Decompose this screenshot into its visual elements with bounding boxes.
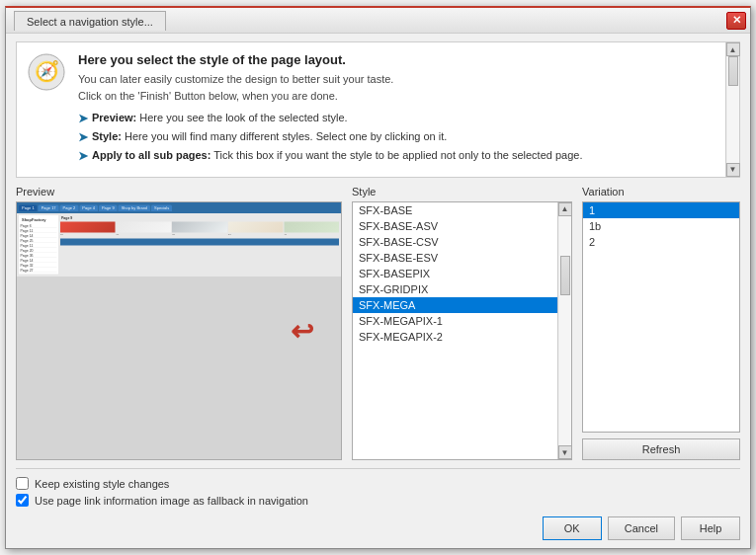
product-4: 23 xyxy=(228,221,284,235)
preview-label: Preview xyxy=(16,186,342,198)
site-nav: Page 1 Page 17 Page 2 Page 4 Page 9 Shop… xyxy=(17,202,341,213)
info-bullets: ➤ Preview: Here you see the look of the … xyxy=(78,110,729,167)
scroll-track[interactable] xyxy=(727,56,739,163)
product-5: 17 xyxy=(284,221,339,235)
info-title: Here you select the style of the page la… xyxy=(78,52,729,67)
nav-tab-3: Page 2 xyxy=(60,204,79,211)
style-scroll-up[interactable]: ▲ xyxy=(558,202,572,216)
sidebar-item-2: Page 11 xyxy=(21,228,57,233)
ok-button[interactable]: OK xyxy=(543,516,602,540)
main-dialog: Select a navigation style... ✕ 🧭 Here yo… xyxy=(5,6,751,549)
style-item-sfx-megapix-2[interactable]: SFX-MEGAPIX-2 xyxy=(353,329,557,345)
sidebar-item-10: Page 27 xyxy=(21,268,57,273)
button-row: OK Cancel Help xyxy=(16,516,740,540)
bullet-arrow-3: ➤ xyxy=(78,147,88,166)
title-bar: Select a navigation style... ✕ xyxy=(6,8,750,34)
bullet-arrow-2: ➤ xyxy=(78,128,88,147)
sidebar-item-5: Page 11 xyxy=(21,243,57,248)
style-listbox[interactable]: SFX-BASE SFX-BASE-ASV SFX-BASE-CSV SFX-B… xyxy=(353,202,557,459)
use-image-label: Use page link information image as fallb… xyxy=(35,495,308,507)
style-item-sfx-gridpix[interactable]: SFX-GRIDPIX xyxy=(353,281,557,297)
variation-item-2[interactable]: 2 xyxy=(583,234,739,250)
style-item-sfx-base-csv[interactable]: SFX-BASE-CSV xyxy=(353,234,557,250)
site-subnav xyxy=(60,238,339,245)
nav-tab-7: Specials xyxy=(151,204,172,211)
nav-tab-1: Page 1 xyxy=(19,204,38,211)
style-scroll-thumb[interactable] xyxy=(560,256,570,295)
style-item-sfx-base-esv[interactable]: SFX-BASE-ESV xyxy=(353,250,557,266)
style-item-sfx-base[interactable]: SFX-BASE xyxy=(353,202,557,218)
site-sidebar: ShopFactory Page 6 Page 11 Page 14 Page … xyxy=(19,215,58,275)
bullet-preview: ➤ Preview: Here you see the look of the … xyxy=(78,110,729,128)
style-scroll-down[interactable]: ▼ xyxy=(558,445,572,459)
style-item-sfx-megapix-1[interactable]: SFX-MEGAPIX-1 xyxy=(353,313,557,329)
use-image-checkbox[interactable] xyxy=(16,494,29,507)
style-label: Style xyxy=(352,186,572,198)
keep-style-checkbox-row[interactable]: Keep existing style changes xyxy=(16,477,740,490)
dialog-tab[interactable]: Select a navigation style... xyxy=(14,11,166,31)
variation-item-1b[interactable]: 1b xyxy=(583,218,739,234)
variation-label: Variation xyxy=(582,186,740,198)
product-2: 21 xyxy=(117,221,172,235)
style-item-sfx-mega[interactable]: SFX-MEGA xyxy=(353,297,557,313)
info-text: Here you select the style of the page la… xyxy=(78,52,729,167)
preview-content: Page 1 Page 17 Page 2 Page 4 Page 9 Shop… xyxy=(16,201,342,460)
style-listbox-container: SFX-BASE SFX-BASE-ASV SFX-BASE-CSV SFX-B… xyxy=(352,201,572,460)
title-tabs: Select a navigation style... xyxy=(14,10,166,31)
sidebar-item-8: Page 14 xyxy=(21,258,57,263)
scroll-thumb[interactable] xyxy=(728,56,738,86)
variation-item-1[interactable]: 1 xyxy=(583,202,739,218)
dialog-content: 🧭 Here you select the style of the page … xyxy=(6,34,750,548)
sidebar-item-7: Page 36 xyxy=(21,253,57,258)
info-section: 🧭 Here you select the style of the page … xyxy=(16,41,740,178)
style-panel: Style SFX-BASE SFX-BASE-ASV SFX-BASE-CSV… xyxy=(352,186,572,460)
site-products-grid: 20 21 22 23 17 xyxy=(60,220,339,236)
style-scroll-track[interactable] xyxy=(559,216,571,445)
keep-style-checkbox[interactable] xyxy=(16,477,29,490)
style-item-sfx-base-asv[interactable]: SFX-BASE-ASV xyxy=(353,218,557,234)
shopfactory-label: ShopFactory xyxy=(21,216,57,223)
style-item-sfx-basepix[interactable]: SFX-BASEPIX xyxy=(353,266,557,281)
checkboxes-group: Keep existing style changes Use page lin… xyxy=(16,477,740,507)
nav-tab-5: Page 9 xyxy=(99,204,118,211)
use-image-checkbox-row[interactable]: Use page link information image as fallb… xyxy=(16,494,740,507)
sidebar-item-1: Page 6 xyxy=(21,223,57,228)
site-body: ShopFactory Page 6 Page 11 Page 14 Page … xyxy=(17,213,341,277)
style-scrollbar[interactable]: ▲ ▼ xyxy=(557,202,571,459)
nav-tab-4: Page 4 xyxy=(79,204,98,211)
sidebar-item-4: Page 25 xyxy=(21,238,57,243)
keep-style-label: Keep existing style changes xyxy=(35,478,169,490)
scroll-down-arrow[interactable]: ▼ xyxy=(726,163,740,177)
site-main-area: Page 9 20 21 22 23 17 xyxy=(60,215,339,275)
info-scrollbar[interactable]: ▲ ▼ xyxy=(725,42,739,177)
preview-panel: Preview Page 1 Page 17 Page 2 Page 4 Pag… xyxy=(16,186,342,460)
middle-section: Preview Page 1 Page 17 Page 2 Page 4 Pag… xyxy=(16,186,740,460)
info-desc1: You can later easily customize the desig… xyxy=(78,71,729,88)
info-icon: 🧭 xyxy=(27,52,66,92)
nav-tab-6: Shop by Brand xyxy=(119,204,150,211)
bullet-apply: ➤ Apply to all sub pages: Tick this box … xyxy=(78,147,729,166)
product-1: 20 xyxy=(60,221,116,235)
bullet-style: ➤ Style: Here you will find many differe… xyxy=(78,128,729,147)
bullet-style-text: Style: Here you will find many different… xyxy=(92,128,447,146)
bullet-apply-text: Apply to all sub pages: Tick this box if… xyxy=(92,147,582,165)
bullet-preview-text: Preview: Here you see the look of the se… xyxy=(92,110,348,127)
nav-tab-2: Page 17 xyxy=(39,204,59,211)
scroll-up-arrow[interactable]: ▲ xyxy=(726,42,740,56)
product-3: 22 xyxy=(172,221,227,235)
cancel-button[interactable]: Cancel xyxy=(608,516,675,540)
sidebar-item-9: Page 32 xyxy=(21,263,57,268)
red-arrow-icon: ↩ xyxy=(291,314,313,347)
close-button[interactable]: ✕ xyxy=(726,12,746,30)
variation-listbox[interactable]: 1 1b 2 xyxy=(582,201,740,433)
refresh-button[interactable]: Refresh xyxy=(582,438,740,460)
help-button[interactable]: Help xyxy=(681,516,740,540)
sidebar-item-3: Page 14 xyxy=(21,233,57,238)
bottom-section: Keep existing style changes Use page lin… xyxy=(16,468,740,540)
bullet-arrow-1: ➤ xyxy=(78,110,88,128)
sidebar-item-6: Page 20 xyxy=(21,248,57,253)
info-desc2: Click on the 'Finish' Button below, when… xyxy=(78,88,729,105)
svg-text:🧭: 🧭 xyxy=(35,59,59,83)
variation-panel: Variation 1 1b 2 Refresh xyxy=(582,186,740,460)
site-preview: Page 1 Page 17 Page 2 Page 4 Page 9 Shop… xyxy=(17,202,341,277)
